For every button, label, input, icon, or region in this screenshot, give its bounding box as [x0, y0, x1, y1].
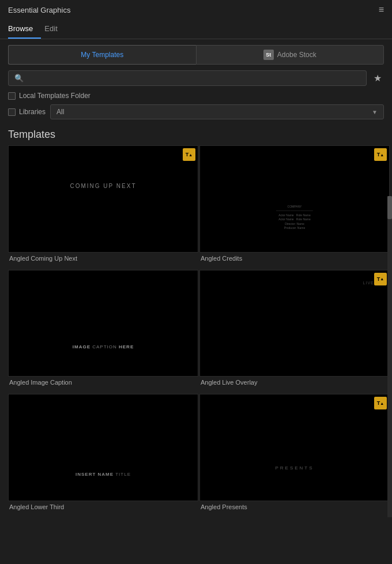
local-templates-checkbox-label[interactable]: Local Templates Folder	[8, 92, 91, 100]
local-templates-filter: Local Templates Folder	[8, 92, 384, 100]
thumb-label: IMAGE CAPTION HERE	[73, 344, 134, 349]
thumb-label: INSERT NAME TITLE	[76, 472, 131, 477]
template-badge: T▲	[374, 397, 387, 409]
section-title: Templates	[0, 126, 392, 145]
libraries-select-value: All	[56, 108, 64, 116]
template-item[interactable]: T▲COMPANY──────────────────Actor Name Ro…	[199, 145, 390, 263]
template-badge: T▲	[374, 273, 387, 285]
template-thumbnail: T▲LIVE	[199, 270, 390, 377]
template-name: Angled Image Caption	[8, 377, 198, 387]
template-badge: T▲	[374, 148, 387, 161]
template-name: Angled Coming Up Next	[8, 253, 198, 263]
template-item[interactable]: T▲PRESENTSAngled Presents	[199, 394, 390, 512]
libraries-checkbox-label[interactable]: Libraries	[8, 108, 46, 116]
template-thumbnail: INSERT NAME TITLE	[8, 394, 198, 501]
libraries-filter: Libraries All ▼	[8, 104, 384, 119]
thumb-label: LIVE	[363, 281, 374, 285]
search-bar: 🔍 ★	[8, 70, 384, 86]
adobe-stock-button[interactable]: St Adobe Stock	[196, 45, 385, 65]
search-input[interactable]	[27, 74, 360, 82]
template-thumbnail: IMAGE CAPTION HERE	[8, 270, 198, 377]
libraries-dropdown[interactable]: All ▼	[50, 104, 384, 119]
search-icon: 🔍	[14, 74, 24, 82]
scrollbar-thumb[interactable]	[387, 196, 392, 219]
local-templates-label: Local Templates Folder	[19, 92, 91, 100]
adobe-stock-label: Adobe Stock	[277, 51, 316, 59]
thumb-label: PRESENTS	[275, 465, 314, 471]
templates-grid: T▲COMING UP NEXTAngled Coming Up NextT▲C…	[0, 145, 392, 517]
my-templates-button[interactable]: My Templates	[8, 45, 196, 65]
header: Essential Graphics ≡	[0, 0, 392, 20]
template-name: Angled Presents	[199, 501, 390, 512]
template-item[interactable]: T▲COMING UP NEXTAngled Coming Up Next	[8, 145, 198, 263]
libraries-label: Libraries	[19, 108, 46, 116]
search-input-wrap[interactable]: 🔍	[8, 70, 367, 86]
tab-edit[interactable]: Edit	[44, 20, 65, 39]
thumb-label: COMING UP NEXT	[70, 183, 136, 189]
template-item[interactable]: T▲LIVEAngled Live Overlay	[199, 270, 390, 388]
thumb-label: COMPANY──────────────────Actor Name Role…	[276, 205, 313, 231]
template-badge: T▲	[183, 148, 195, 161]
adobe-stock-icon: St	[263, 50, 274, 60]
template-thumbnail: T▲PRESENTS	[199, 394, 390, 501]
template-name: Angled Lower Third	[8, 501, 198, 512]
template-thumbnail: T▲COMPANY──────────────────Actor Name Ro…	[199, 145, 390, 253]
chevron-down-icon: ▼	[372, 109, 378, 115]
app-title: Essential Graphics	[8, 6, 70, 14]
favorites-button[interactable]: ★	[371, 70, 384, 86]
tab-browse[interactable]: Browse	[8, 20, 41, 39]
local-templates-checkbox[interactable]	[8, 92, 16, 100]
template-thumbnail: T▲COMING UP NEXT	[8, 145, 198, 253]
scrollbar-track[interactable]	[387, 196, 392, 517]
template-name: Angled Credits	[199, 253, 390, 263]
menu-icon[interactable]: ≡	[379, 5, 384, 15]
template-item[interactable]: INSERT NAME TITLEAngled Lower Third	[8, 394, 198, 512]
source-toggle: My Templates St Adobe Stock	[8, 45, 384, 65]
template-item[interactable]: IMAGE CAPTION HEREAngled Image Caption	[8, 270, 198, 388]
libraries-checkbox[interactable]	[8, 108, 16, 116]
template-name: Angled Live Overlay	[199, 377, 390, 387]
tabs-bar: Browse Edit	[0, 20, 392, 39]
